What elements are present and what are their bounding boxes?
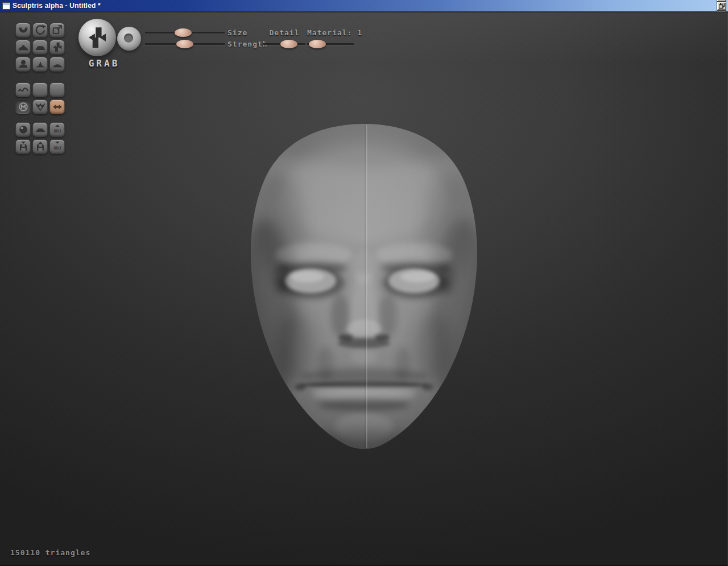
restore-button[interactable] (717, 2, 726, 10)
svg-text:OBJ: OBJ (53, 145, 61, 151)
window-title: Sculptris alpha - Untitled * (13, 2, 715, 10)
options-group (15, 82, 65, 114)
active-tool-grab-icon (85, 25, 110, 50)
material-slider-knob[interactable] (309, 40, 326, 48)
size-slider-label: Size (228, 28, 247, 37)
brush-tip-button[interactable] (117, 27, 141, 51)
strength-slider-knob[interactable] (176, 40, 193, 48)
save-button[interactable] (32, 139, 48, 154)
save-file-icon (34, 140, 47, 153)
symmetry-icon (51, 101, 64, 113)
strength-slider[interactable] (145, 40, 225, 48)
symmetry-button[interactable] (49, 99, 65, 114)
detail-slider[interactable] (263, 40, 305, 48)
export-obj-icon: OBJ (51, 140, 64, 153)
mask-button[interactable] (15, 99, 31, 114)
detail-slider-knob[interactable] (280, 40, 297, 48)
new-plane-button[interactable] (32, 122, 48, 137)
restore-icon (719, 3, 725, 9)
new-sphere-button[interactable] (15, 122, 31, 137)
triangle-count: 150110 triangles (10, 548, 90, 557)
size-slider[interactable] (145, 28, 225, 37)
falloff-curve-icon (17, 84, 30, 96)
active-tool-button[interactable] (78, 19, 116, 56)
new-plane-icon (34, 123, 47, 136)
mask-icon (17, 101, 30, 113)
empty-slot-2-button[interactable] (49, 82, 65, 97)
size-slider-knob[interactable] (175, 28, 192, 37)
window-titlebar[interactable]: Sculptris alpha - Untitled * (0, 0, 728, 11)
brush-toolbar: GRAB Size Strength Detail Material: 1 (0, 13, 398, 81)
import-obj-button[interactable]: OBJ (49, 122, 65, 137)
material-slider-label: Material: 1 (307, 28, 354, 37)
strength-slider-label: Strength (228, 40, 268, 48)
sculpt-model-face[interactable] (0, 13, 728, 566)
open-file-icon (17, 140, 30, 153)
falloff-curve-button[interactable] (15, 82, 31, 97)
detail-slider-label: Detail (263, 28, 305, 37)
import-obj-icon: OBJ (51, 123, 64, 136)
wireframe-button[interactable] (32, 99, 48, 114)
app-icon (2, 2, 10, 10)
svg-text:OBJ: OBJ (53, 128, 61, 134)
export-obj-button[interactable]: OBJ (49, 139, 65, 154)
active-tool-label: GRAB (78, 58, 130, 69)
open-button[interactable] (15, 139, 31, 154)
viewport[interactable]: OBJ (0, 11, 728, 566)
empty-slot-1-button[interactable] (32, 82, 48, 97)
material-slider[interactable] (307, 40, 354, 48)
file-group: OBJ (15, 122, 65, 154)
wireframe-icon (34, 101, 47, 113)
application-window: Sculptris alpha - Untitled * (0, 0, 728, 566)
new-sphere-icon (17, 123, 30, 136)
